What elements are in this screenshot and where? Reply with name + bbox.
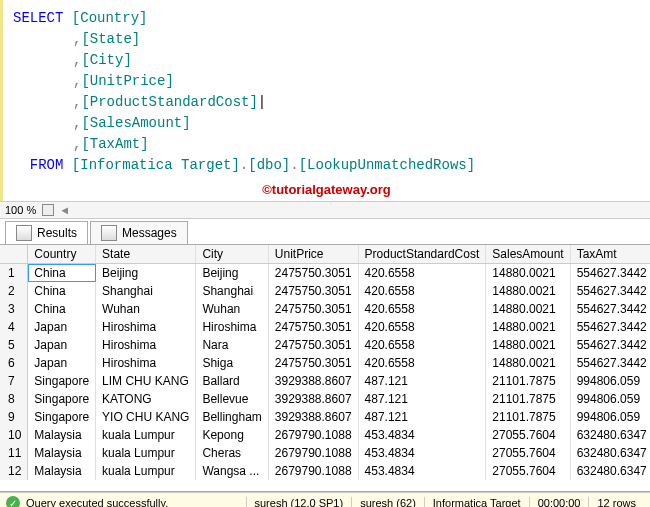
- cell[interactable]: LIM CHU KANG: [96, 372, 196, 390]
- cell[interactable]: 14880.0021: [486, 336, 570, 354]
- cell[interactable]: 3929388.8607: [268, 390, 358, 408]
- cell[interactable]: 14880.0021: [486, 282, 570, 300]
- cell[interactable]: Hiroshima: [96, 354, 196, 372]
- cell[interactable]: 453.4834: [358, 426, 486, 444]
- cell[interactable]: 554627.3442: [570, 336, 650, 354]
- table-row[interactable]: 8SingaporeKATONGBellevue3929388.8607487.…: [0, 390, 650, 408]
- cell[interactable]: Hiroshima: [96, 318, 196, 336]
- cell[interactable]: 487.121: [358, 408, 486, 426]
- cell[interactable]: 994806.059: [570, 408, 650, 426]
- cell[interactable]: 27055.7604: [486, 462, 570, 480]
- cell[interactable]: 420.6558: [358, 336, 486, 354]
- row-number[interactable]: 1: [0, 264, 28, 283]
- col-header[interactable]: City: [196, 245, 268, 264]
- table-row[interactable]: 5JapanHiroshimaNara2475750.3051420.65581…: [0, 336, 650, 354]
- cell[interactable]: 632480.6347: [570, 444, 650, 462]
- cell[interactable]: 487.121: [358, 372, 486, 390]
- table-row[interactable]: 10Malaysiakuala LumpurKepong2679790.1088…: [0, 426, 650, 444]
- cell[interactable]: 21101.7875: [486, 408, 570, 426]
- table-row[interactable]: 6JapanHiroshimaShiga2475750.3051420.6558…: [0, 354, 650, 372]
- cell[interactable]: 21101.7875: [486, 390, 570, 408]
- cell[interactable]: Kepong: [196, 426, 268, 444]
- scroll-left-icon[interactable]: ◄: [59, 204, 70, 216]
- cell[interactable]: YIO CHU KANG: [96, 408, 196, 426]
- cell[interactable]: 14880.0021: [486, 300, 570, 318]
- cell[interactable]: 2475750.3051: [268, 282, 358, 300]
- cell[interactable]: 2475750.3051: [268, 318, 358, 336]
- cell[interactable]: kuala Lumpur: [96, 462, 196, 480]
- cell[interactable]: Malaysia: [28, 444, 96, 462]
- cell[interactable]: Singapore: [28, 390, 96, 408]
- cell[interactable]: kuala Lumpur: [96, 426, 196, 444]
- col-header[interactable]: Country: [28, 245, 96, 264]
- cell[interactable]: 2475750.3051: [268, 300, 358, 318]
- cell[interactable]: 2679790.1088: [268, 462, 358, 480]
- cell[interactable]: Japan: [28, 318, 96, 336]
- cell[interactable]: 2679790.1088: [268, 426, 358, 444]
- cell[interactable]: Nara: [196, 336, 268, 354]
- cell[interactable]: Shanghai: [196, 282, 268, 300]
- row-number[interactable]: 6: [0, 354, 28, 372]
- cell[interactable]: 554627.3442: [570, 264, 650, 283]
- cell[interactable]: 3929388.8607: [268, 408, 358, 426]
- cell[interactable]: 14880.0021: [486, 264, 570, 283]
- table-row[interactable]: 9SingaporeYIO CHU KANGBellingham3929388.…: [0, 408, 650, 426]
- cell[interactable]: Beijing: [196, 264, 268, 283]
- cell[interactable]: 27055.7604: [486, 426, 570, 444]
- cell[interactable]: Japan: [28, 336, 96, 354]
- cell[interactable]: 2475750.3051: [268, 354, 358, 372]
- row-number[interactable]: 5: [0, 336, 28, 354]
- cell[interactable]: 554627.3442: [570, 300, 650, 318]
- cell[interactable]: Wuhan: [196, 300, 268, 318]
- row-number[interactable]: 7: [0, 372, 28, 390]
- cell[interactable]: 420.6558: [358, 264, 486, 283]
- cell[interactable]: Ballard: [196, 372, 268, 390]
- table-row[interactable]: 12Malaysiakuala LumpurWangsa ...2679790.…: [0, 462, 650, 480]
- cell[interactable]: 21101.7875: [486, 372, 570, 390]
- col-header[interactable]: TaxAmt: [570, 245, 650, 264]
- cell[interactable]: Singapore: [28, 408, 96, 426]
- cell[interactable]: 994806.059: [570, 372, 650, 390]
- col-header[interactable]: SalesAmount: [486, 245, 570, 264]
- col-header[interactable]: ProductStandardCost: [358, 245, 486, 264]
- table-row[interactable]: 7SingaporeLIM CHU KANGBallard3929388.860…: [0, 372, 650, 390]
- row-number[interactable]: 2: [0, 282, 28, 300]
- cell[interactable]: Hiroshima: [96, 336, 196, 354]
- cell[interactable]: 554627.3442: [570, 354, 650, 372]
- cell[interactable]: 2475750.3051: [268, 264, 358, 283]
- cell[interactable]: China: [28, 264, 96, 283]
- cell[interactable]: Bellevue: [196, 390, 268, 408]
- cell[interactable]: China: [28, 282, 96, 300]
- cell[interactable]: 420.6558: [358, 354, 486, 372]
- cell[interactable]: Singapore: [28, 372, 96, 390]
- cell[interactable]: 14880.0021: [486, 318, 570, 336]
- cell[interactable]: 632480.6347: [570, 426, 650, 444]
- zoom-level[interactable]: 100 %: [5, 204, 36, 216]
- row-number[interactable]: 3: [0, 300, 28, 318]
- cell[interactable]: China: [28, 300, 96, 318]
- cell[interactable]: Shanghai: [96, 282, 196, 300]
- row-number[interactable]: 12: [0, 462, 28, 480]
- cell[interactable]: Hiroshima: [196, 318, 268, 336]
- cell[interactable]: 420.6558: [358, 300, 486, 318]
- cell[interactable]: 420.6558: [358, 318, 486, 336]
- cell[interactable]: 420.6558: [358, 282, 486, 300]
- row-number[interactable]: 10: [0, 426, 28, 444]
- cell[interactable]: Malaysia: [28, 462, 96, 480]
- cell[interactable]: Wangsa ...: [196, 462, 268, 480]
- table-row[interactable]: 3ChinaWuhanWuhan2475750.3051420.65581488…: [0, 300, 650, 318]
- table-row[interactable]: 11Malaysiakuala LumpurCheras2679790.1088…: [0, 444, 650, 462]
- cell[interactable]: Malaysia: [28, 426, 96, 444]
- cell[interactable]: 3929388.8607: [268, 372, 358, 390]
- tab-messages[interactable]: Messages: [90, 221, 188, 244]
- cell[interactable]: 994806.059: [570, 390, 650, 408]
- cell[interactable]: 632480.6347: [570, 462, 650, 480]
- row-number[interactable]: 9: [0, 408, 28, 426]
- cell[interactable]: Shiga: [196, 354, 268, 372]
- row-number[interactable]: 11: [0, 444, 28, 462]
- table-row[interactable]: 2ChinaShanghaiShanghai2475750.3051420.65…: [0, 282, 650, 300]
- cell[interactable]: Bellingham: [196, 408, 268, 426]
- cell[interactable]: Wuhan: [96, 300, 196, 318]
- tab-results[interactable]: Results: [5, 221, 88, 244]
- results-grid-wrap[interactable]: Country State City UnitPrice ProductStan…: [0, 245, 650, 492]
